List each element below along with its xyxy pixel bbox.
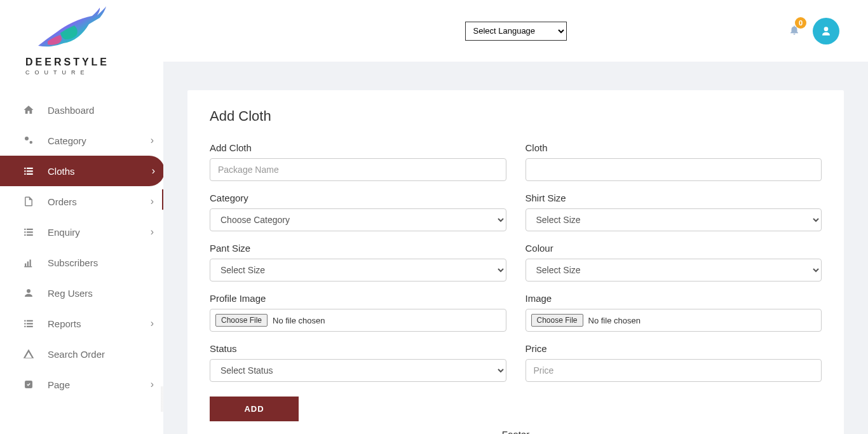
svg-point-1 — [30, 141, 33, 144]
svg-rect-2 — [24, 168, 25, 169]
user-avatar[interactable] — [813, 18, 839, 44]
chevron-right-icon: › — [151, 196, 154, 207]
brand-name: DEERSTYLE — [25, 57, 163, 68]
svg-rect-23 — [24, 326, 25, 327]
svg-rect-11 — [27, 231, 33, 233]
sidebar-item-reports[interactable]: Reports › — [0, 308, 163, 339]
sidebar-item-category[interactable]: Category › — [0, 125, 163, 156]
field-shirt-size: Shirt Size Select Size — [526, 193, 822, 231]
notifications-button[interactable]: 0 — [789, 24, 800, 39]
svg-point-0 — [25, 137, 29, 140]
home-icon — [22, 104, 35, 116]
file-status-text: No file chosen — [588, 316, 641, 325]
field-colour: Colour Select Size — [526, 243, 822, 281]
svg-rect-6 — [24, 173, 25, 175]
nav-label: Reg Users — [48, 288, 93, 299]
empty-cell — [526, 393, 822, 421]
svg-rect-17 — [24, 266, 32, 268]
list-icon — [22, 165, 35, 177]
svg-rect-19 — [24, 320, 25, 322]
add-button[interactable]: ADD — [210, 397, 299, 421]
label-category: Category — [210, 193, 506, 203]
nav-label: Orders — [48, 196, 77, 207]
svg-rect-20 — [27, 320, 33, 322]
file-input-image[interactable]: Choose File No file chosen — [526, 309, 822, 332]
warning-icon — [22, 348, 35, 360]
label-pant-size: Pant Size — [210, 243, 506, 254]
svg-rect-14 — [25, 264, 26, 267]
nav-label: Search Order — [48, 349, 105, 360]
file-status-text: No file chosen — [273, 316, 325, 325]
language-select[interactable]: Select Language — [465, 22, 567, 41]
sidebar-item-search-order[interactable]: Search Order — [0, 339, 163, 369]
svg-rect-5 — [27, 170, 33, 172]
field-profile-image: Profile Image Choose File No file chosen — [210, 293, 506, 332]
chevron-right-icon: › — [152, 165, 155, 177]
label-price: Price — [526, 343, 822, 354]
choose-file-button[interactable]: Choose File — [215, 314, 268, 327]
select-status[interactable]: Select Status — [210, 359, 506, 382]
chevron-right-icon: › — [151, 226, 154, 238]
nav-label: Reports — [48, 318, 81, 329]
select-colour[interactable]: Select Size — [526, 259, 822, 281]
field-image: Image Choose File No file chosen — [526, 293, 822, 332]
label-add-cloth: Add Cloth — [210, 142, 506, 153]
svg-rect-12 — [24, 234, 25, 236]
select-category[interactable]: Choose Category — [210, 208, 506, 231]
chart-icon — [22, 256, 35, 269]
sidebar-item-enquiry[interactable]: Enquiry › — [0, 217, 163, 247]
label-profile-image: Profile Image — [210, 293, 506, 304]
label-cloth: Cloth — [526, 142, 822, 153]
input-price[interactable] — [526, 359, 822, 382]
field-price: Price — [526, 343, 822, 382]
svg-rect-15 — [27, 262, 29, 267]
svg-rect-7 — [27, 173, 33, 175]
nav-label: Dashboard — [48, 105, 94, 116]
svg-rect-24 — [27, 326, 33, 327]
sidebar-item-dashboard[interactable]: Dashboard — [0, 95, 163, 125]
page-title: Add Cloth — [210, 108, 822, 125]
field-pant-size: Pant Size Select Size — [210, 243, 506, 281]
settings-icon — [22, 134, 35, 147]
select-shirt-size[interactable]: Select Size — [526, 208, 822, 231]
sidebar-item-page[interactable]: Page › — [0, 369, 163, 400]
brand-logo-area: DEERSTYLE COUTURE — [0, 0, 163, 85]
field-cloth: Cloth — [526, 142, 822, 181]
choose-file-button[interactable]: Choose File — [531, 314, 583, 327]
sidebar-item-subscribers[interactable]: Subscribers — [0, 247, 163, 278]
document-icon — [22, 195, 35, 208]
select-pant-size[interactable]: Select Size — [210, 259, 506, 281]
form-grid: Add Cloth Cloth Category Choose Category… — [210, 142, 822, 421]
nav-label: Cloths — [48, 166, 75, 177]
footer: Footer — [210, 421, 822, 434]
list-icon — [22, 317, 35, 330]
user-icon — [22, 287, 35, 299]
chevron-right-icon: › — [151, 318, 154, 329]
sidebar-item-cloths[interactable]: Cloths › — [0, 156, 165, 186]
user-icon — [820, 25, 832, 37]
form-card: Add Cloth Add Cloth Cloth Category Choos… — [187, 90, 844, 434]
svg-rect-9 — [27, 229, 33, 230]
chevron-right-icon: › — [151, 135, 154, 146]
svg-rect-3 — [27, 168, 33, 169]
field-category: Category Choose Category — [210, 193, 506, 231]
svg-rect-22 — [27, 323, 33, 324]
brand-subtitle: COUTURE — [25, 69, 163, 76]
field-status: Status Select Status — [210, 343, 506, 382]
input-cloth[interactable] — [526, 158, 822, 181]
nav-label: Subscribers — [48, 257, 98, 268]
field-add-cloth: Add Cloth — [210, 142, 506, 181]
input-package-name[interactable] — [210, 158, 506, 181]
list-icon — [22, 226, 35, 238]
file-input-profile[interactable]: Choose File No file chosen — [210, 309, 506, 332]
content-area: Add Cloth Add Cloth Cloth Category Choos… — [163, 62, 868, 434]
submit-group: ADD — [210, 393, 506, 421]
sidebar-item-orders[interactable]: Orders › — [0, 186, 163, 217]
label-status: Status — [210, 343, 506, 354]
svg-point-18 — [27, 289, 31, 293]
svg-rect-4 — [24, 170, 25, 172]
topbar-right: 0 — [789, 18, 839, 44]
sidebar-item-reg-users[interactable]: Reg Users — [0, 278, 163, 308]
sidebar-nav: Dashboard Category › Cloths › Orders › — [0, 95, 163, 400]
notification-badge: 0 — [795, 17, 806, 29]
